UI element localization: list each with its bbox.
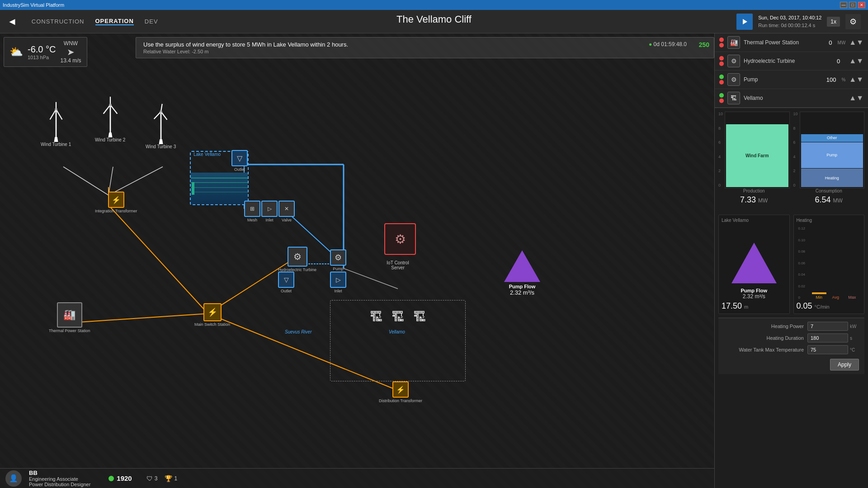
iot-server[interactable]: ⚙ [384, 223, 416, 255]
svg-point-19 [55, 108, 57, 110]
svg-marker-32 [159, 139, 163, 144]
user-title: Engineering Associate [29, 476, 90, 482]
device-arrow-hydro: ▲▼ [849, 57, 863, 65]
score-val: 1920 [117, 474, 132, 482]
svg-point-31 [160, 110, 162, 113]
heating-power-label: Heating Power [724, 324, 804, 329]
outlet-bot[interactable]: ▽ Outlet [278, 272, 294, 293]
nav-construction[interactable]: CONSTRUCTION [32, 18, 85, 25]
page-title: The Vellamo Cliff [396, 14, 472, 25]
outlet-top[interactable]: ▽ Outlet [231, 150, 248, 172]
status-dot-hydro-bot [719, 61, 724, 66]
mission-score: 250 [699, 41, 709, 48]
inlet-bot-icon: ▷ [330, 272, 346, 288]
nav-dev[interactable]: DEV [145, 18, 158, 25]
min-bar-label: Min [816, 295, 822, 300]
svg-line-22 [103, 105, 110, 114]
svg-line-16 [50, 109, 56, 120]
inlet-mid-component[interactable]: ▷ Inlet [261, 201, 278, 222]
suevus-river-label: Suevus River [285, 329, 311, 334]
device-status-pump [719, 75, 724, 84]
pump-node[interactable]: ⚙ Pump [330, 249, 346, 271]
window-controls[interactable]: — □ ✕ [840, 2, 865, 8]
inlet-bot[interactable]: ▷ Inlet [330, 272, 346, 293]
inlet-mid-icon: ▷ [261, 201, 278, 217]
device-arrow-thermal: ▲▼ [849, 38, 863, 47]
back-button[interactable]: ◄ [7, 16, 17, 28]
status-bar: 👤 BB Engineering Associate Power Distrib… [0, 468, 714, 488]
mission-timer: ● 0d 01:59:48.0 [649, 41, 687, 47]
device-row-vellamo[interactable]: 🏗 Vellamo ▲▼ [715, 89, 868, 108]
lake-water [191, 173, 248, 204]
settings-button[interactable]: ⚙ [845, 14, 861, 29]
device-row-pump[interactable]: ⚙ Pump 100 % ▲▼ [715, 70, 868, 89]
device-val-pump: 100 [826, 76, 836, 83]
transformer-label: Integration Transformer [95, 209, 137, 213]
device-val-hydro: 0 [837, 58, 840, 65]
valve-component[interactable]: ✕ Valve [278, 201, 295, 222]
heating-power-unit: kW [850, 324, 859, 329]
speed-button[interactable]: 1x [827, 17, 840, 27]
play-button[interactable] [736, 14, 753, 30]
setting-row-water-temp: Water Tank Max Temperature °C [724, 345, 859, 354]
score-badge: 1920 [108, 474, 132, 482]
pump-bar-label: Pump [826, 153, 837, 157]
heating-power-input[interactable] [807, 322, 848, 331]
main-switch-icon: ⚡ [203, 303, 222, 321]
weather-widget: ⛅ -6.0 °C 1013 hPa WNW ➤ 13.4 m/s [4, 37, 87, 67]
mesh-component[interactable]: ⊞ Mesh [244, 201, 260, 222]
svg-line-6 [63, 167, 108, 195]
device-status-hydro [719, 56, 724, 66]
mission-text: Use the surplus of wind energy to store … [143, 41, 707, 48]
pump-flow-chart-label: Pump Flow [722, 288, 787, 293]
status-dot-pump-top [719, 75, 724, 79]
water-temp-label: Water Tank Max Temperature [724, 347, 804, 352]
badge-icon: 🛡 [146, 475, 153, 482]
score-dot [108, 476, 114, 481]
trophy-count: 🏆 1 [165, 475, 177, 482]
device-list: 🏭 Thermal Power Station 0 MW ▲▼ ⚙ Hydroe… [715, 33, 868, 108]
svg-line-29 [161, 112, 167, 120]
device-row-hydro[interactable]: ⚙ Hydroelectric Turbine 0 ▲▼ [715, 52, 868, 70]
canvas-area: ⛅ -6.0 °C 1013 hPa WNW ➤ 13.4 m/s Use th… [0, 33, 714, 488]
wind-turbine-2[interactable]: Wind Turbine 2 [95, 97, 125, 142]
main-switch-label: Main Switch Station [194, 322, 230, 327]
wind-turbine-1[interactable]: Wind Turbine 1 [41, 101, 71, 147]
hydro-turbine-node[interactable]: ⚙ Hydroelectric Turbine [278, 247, 316, 272]
turbine-2-icon [99, 97, 122, 137]
turbine-1-icon [45, 101, 67, 142]
production-section: 0 2 4 6 8 10 Wind Farm [718, 112, 790, 211]
setting-row-heating-power: Heating Power kW [724, 322, 859, 331]
lake-vellamo-chart: Lake Vellamo Pump Flow 2.32 m³/s 17.50 m [718, 215, 790, 314]
status-dot-bot [719, 43, 724, 47]
inlet-bot-label: Inlet [334, 289, 342, 293]
minimize-btn[interactable]: — [840, 2, 847, 8]
apply-button[interactable]: Apply [830, 359, 859, 371]
consumption-section: 0 2 4 6 8 10 Heating [793, 112, 865, 211]
device-arrow-pump: ▲▼ [849, 75, 863, 84]
consumption-value: 6.54 MW [793, 195, 865, 205]
device-icon-thermal: 🏭 [727, 36, 740, 49]
transformer-icon: ⚡ [108, 192, 124, 208]
maximize-btn[interactable]: □ [849, 2, 856, 8]
integration-transformer[interactable]: ⚡ Integration Transformer [95, 192, 137, 213]
device-arrow-vellamo: ▲▼ [849, 94, 863, 102]
device-row-thermal[interactable]: 🏭 Thermal Power Station 0 MW ▲▼ [715, 33, 868, 52]
main-switch-node[interactable]: ⚡ Main Switch Station [194, 303, 230, 327]
wind-turbine-3[interactable]: Wind Turbine 3 [146, 103, 176, 149]
heating-duration-input[interactable] [807, 333, 848, 343]
svg-line-7 [108, 167, 113, 195]
pump-flow-canvas: Pump Flow 2.32 m³/s [504, 250, 540, 296]
trophy-icon: 🏆 [165, 475, 172, 482]
close-btn[interactable]: ✕ [858, 2, 865, 8]
pump-label: Pump [333, 267, 344, 271]
settings-panel: Heating Power kW Heating Duration s Wate… [718, 318, 864, 374]
water-temp-input[interactable] [807, 345, 848, 354]
device-val-thermal: 0 [829, 39, 832, 46]
valve-icon: ✕ [278, 201, 295, 217]
weather-wind: WNW ➤ 13.4 m/s [60, 40, 81, 64]
nav-operation[interactable]: OPERATION [95, 18, 134, 25]
thermal-power-node[interactable]: 🏭 Thermal Power Station [49, 302, 90, 333]
svg-line-14 [344, 268, 398, 289]
dist-transformer-node[interactable]: ⚡ Distribution Transformer [379, 381, 422, 403]
